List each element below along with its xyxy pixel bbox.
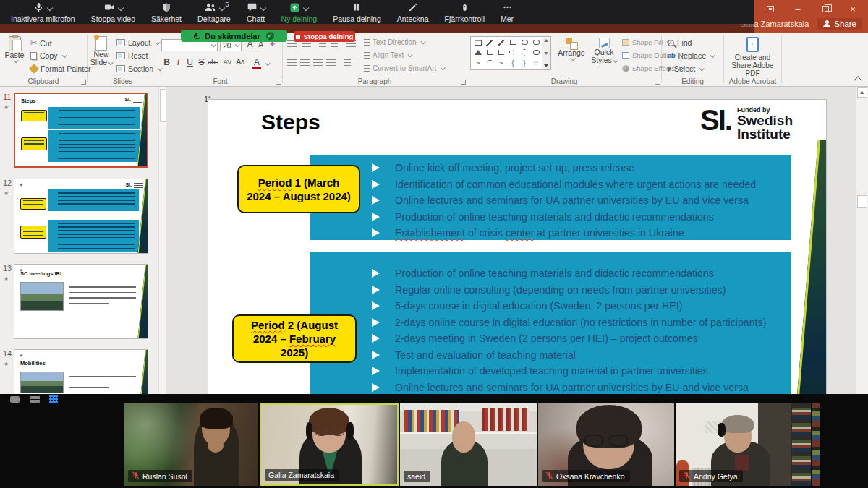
new-share-button[interactable]: Ny delning <box>273 0 326 24</box>
change-case-button[interactable]: Aa <box>235 58 246 66</box>
video-tile-saeid[interactable]: saeid <box>400 403 537 486</box>
remote-control-button[interactable]: Fjärrkontroll <box>437 0 493 24</box>
arc-shape[interactable] <box>484 58 495 69</box>
align-text-button[interactable]: Align Text <box>364 51 412 59</box>
columns-icon[interactable] <box>344 59 351 67</box>
cut-button[interactable]: ✂Cut <box>30 38 52 48</box>
bold-button[interactable]: B <box>161 57 172 67</box>
triangle-shape[interactable] <box>472 47 484 57</box>
left-brace-shape[interactable]: { <box>507 58 519 69</box>
bullet-row: Online kick-off meeting, project set-up,… <box>310 160 791 176</box>
slide-thumbnail-13[interactable]: ★SC meetings IRL <box>14 264 148 339</box>
stop-video-button[interactable]: Stoppa video <box>83 0 143 24</box>
reset-button[interactable]: Reset <box>116 51 148 60</box>
star-shape[interactable]: ☆ <box>530 58 542 69</box>
gallery-view-button[interactable] <box>49 395 58 403</box>
video-tile-oksana-kravchenko[interactable]: Oksana Kravchenko <box>538 403 674 486</box>
paste-button[interactable]: Paste <box>3 36 26 63</box>
replace-button[interactable]: abReplace <box>668 51 714 60</box>
shadow-button[interactable]: abc <box>208 59 218 66</box>
rounded-rectangle-shape[interactable] <box>530 38 542 47</box>
bullet-row: Establishement of crisis center at partn… <box>310 225 791 241</box>
align-center-icon[interactable] <box>300 59 310 67</box>
slide-thumbnail-14[interactable]: ★Mobilities <box>14 349 148 394</box>
strip-view-button[interactable] <box>30 396 40 403</box>
mute-microphone-button[interactable]: Inaktivera mikrofon <box>3 0 83 24</box>
arrow-line-shape[interactable] <box>495 38 507 47</box>
video-tile-ruslan-susol[interactable]: Ruslan Susol <box>124 403 258 486</box>
rectangle-shape[interactable] <box>507 38 519 47</box>
close-button[interactable]: × <box>845 3 861 15</box>
shapes-gallery-scrollbar[interactable] <box>542 38 550 69</box>
copy-button[interactable]: Copy <box>30 51 66 60</box>
find-button[interactable]: Find <box>668 38 692 47</box>
pause-share-button[interactable]: Pausa delning <box>325 0 389 24</box>
annotate-button[interactable]: Anteckna <box>389 0 437 24</box>
chevron-down-icon[interactable] <box>219 4 225 10</box>
slide-thumbnail-11[interactable]: StepsSI. <box>14 93 148 168</box>
chevron-down-icon[interactable] <box>118 4 124 10</box>
clipboard-dialog-launcher[interactable] <box>81 80 86 85</box>
pentagon-shape[interactable] <box>530 47 542 57</box>
chat-button[interactable]: Chatt <box>239 0 273 24</box>
minimize-button[interactable]: – <box>790 3 806 15</box>
restore-button[interactable] <box>817 3 833 15</box>
curve-shape[interactable]: ~ <box>495 58 507 69</box>
paragraph-dialog-launcher[interactable] <box>461 80 466 85</box>
security-button[interactable]: Säkerhet <box>143 0 190 24</box>
shape-outline-icon <box>622 52 629 59</box>
elbow-arrow-shape[interactable] <box>495 47 507 57</box>
new-slide-button[interactable]: New Slide <box>89 36 114 67</box>
section-button[interactable]: Section <box>116 64 161 73</box>
underline-button[interactable]: U <box>184 57 195 67</box>
text-direction-button[interactable]: Text Direction <box>364 38 425 46</box>
chevron-down-icon[interactable] <box>260 4 265 10</box>
speaker-view-button[interactable] <box>10 396 20 403</box>
participants-button[interactable]: Deltagare5 <box>190 0 239 24</box>
select-button[interactable]: Select <box>668 64 703 73</box>
font-dialog-launcher[interactable] <box>276 80 281 85</box>
bullet-text: Implementation of developed teaching mat… <box>395 365 708 377</box>
create-pdf-button[interactable]: Create and Share Adobe PDF <box>727 37 778 77</box>
font-color-dropdown[interactable] <box>265 61 271 66</box>
right-brace-shape[interactable]: } <box>519 58 530 69</box>
ppt-share-button[interactable]: Share <box>817 18 862 30</box>
section-icon <box>116 65 125 72</box>
scribble-shape[interactable]: ~ <box>472 58 484 69</box>
shapes-gallery[interactable]: ~~{}☆ <box>470 36 551 70</box>
slide-canvas[interactable]: Steps SI. Funded by Swedish Institute On… <box>208 99 827 394</box>
align-left-icon[interactable] <box>287 59 297 67</box>
textbox-shape[interactable] <box>472 38 484 47</box>
convert-smartart-button[interactable]: Convert to SmartArt <box>364 64 444 72</box>
elbow-shape[interactable] <box>484 47 495 57</box>
video-tile-partial[interactable] <box>812 403 820 486</box>
slide-scrollbar[interactable] <box>856 87 868 394</box>
layout-button[interactable]: Layout <box>116 38 159 47</box>
oval-shape[interactable] <box>519 38 530 47</box>
strikethrough-button[interactable]: S <box>196 57 207 67</box>
video-tile-galia-zamaratskaia[interactable]: Galia Zamaratskaia <box>260 403 399 486</box>
stop-sharing-button[interactable]: Stoppa delning <box>294 31 355 42</box>
thumbnail-scrollbar[interactable] <box>158 87 166 394</box>
format-painter-button[interactable]: Format Painter <box>30 64 90 73</box>
collapse-ribbon-button[interactable] <box>854 76 861 84</box>
bullet-text: Online kick-off meeting, project set-up,… <box>395 162 634 174</box>
slide-thumbnail-12[interactable]: ★SI. <box>14 179 148 254</box>
quick-styles-button[interactable]: Quick Styles <box>589 38 619 64</box>
font-color-button[interactable]: A <box>252 57 261 69</box>
line-shape[interactable] <box>484 38 495 47</box>
chevron-down-icon[interactable] <box>303 4 309 10</box>
ribbon-display-options-button[interactable] <box>762 3 778 15</box>
italic-button[interactable]: I <box>173 57 184 67</box>
right-arrow-shape[interactable] <box>507 47 519 57</box>
justify-icon[interactable] <box>326 59 336 67</box>
arrange-button[interactable]: Arrange <box>556 38 587 61</box>
chevron-down-icon[interactable] <box>47 4 53 10</box>
video-tile-andriy-getya[interactable]: Andriy Getya <box>676 403 811 486</box>
character-spacing-button[interactable]: AV <box>222 59 233 66</box>
more-button[interactable]: Mer <box>493 0 522 24</box>
swedish-institute-logo: SI. Funded by Swedish Institute <box>700 104 793 141</box>
drawing-dialog-launcher[interactable] <box>655 80 660 85</box>
down-arrow-shape[interactable] <box>519 47 530 57</box>
align-right-icon[interactable] <box>313 59 323 67</box>
